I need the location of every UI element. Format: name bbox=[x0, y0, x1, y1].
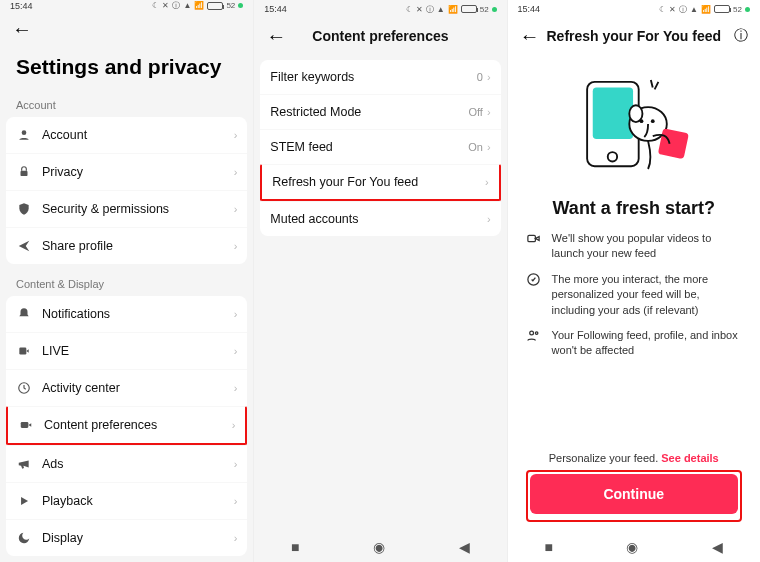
chevron-right-icon: › bbox=[234, 382, 238, 394]
svg-line-8 bbox=[651, 80, 653, 88]
nav-recent-icon[interactable]: ■ bbox=[291, 539, 299, 555]
svg-rect-6 bbox=[592, 87, 632, 139]
svg-point-17 bbox=[529, 331, 533, 335]
chevron-right-icon: › bbox=[485, 176, 489, 188]
lock-icon bbox=[16, 164, 32, 180]
moon-icon bbox=[16, 530, 32, 546]
video-icon bbox=[526, 231, 542, 262]
row-ads[interactable]: Ads › bbox=[6, 445, 247, 482]
row-restricted-mode[interactable]: Restricted Mode Off › bbox=[260, 94, 500, 129]
nav-home-icon[interactable]: ◉ bbox=[626, 539, 638, 555]
bullet-not-affected: Your Following feed, profile, and inbox … bbox=[526, 328, 742, 359]
chevron-right-icon: › bbox=[487, 106, 491, 118]
chevron-right-icon: › bbox=[232, 419, 236, 431]
chevron-right-icon: › bbox=[487, 213, 491, 225]
bullet-popular-videos: We'll show you popular videos to launch … bbox=[526, 231, 742, 262]
row-activity-center[interactable]: Activity center › bbox=[6, 369, 247, 406]
row-stem-feed[interactable]: STEM feed On › bbox=[260, 129, 500, 164]
nav-back-icon[interactable]: ◀ bbox=[459, 539, 470, 555]
person-icon bbox=[16, 127, 32, 143]
target-icon bbox=[526, 272, 542, 318]
row-security[interactable]: Security & permissions › bbox=[6, 190, 247, 227]
system-nav: ■ ◉ ◀ bbox=[508, 532, 760, 562]
back-icon[interactable]: ← bbox=[520, 26, 538, 46]
section-header-account: Account bbox=[0, 93, 253, 117]
svg-point-7 bbox=[607, 152, 616, 161]
bell-icon bbox=[16, 306, 32, 322]
nav-home-icon[interactable]: ◉ bbox=[373, 539, 385, 555]
svg-rect-2 bbox=[19, 348, 26, 355]
chevron-right-icon: › bbox=[234, 532, 238, 544]
chevron-right-icon: › bbox=[234, 240, 238, 252]
header: ← Refresh your For You feed ⓘ bbox=[508, 18, 760, 54]
live-icon bbox=[16, 343, 32, 359]
row-live[interactable]: LIVE › bbox=[6, 332, 247, 369]
chevron-right-icon: › bbox=[487, 71, 491, 83]
video-icon bbox=[18, 417, 34, 433]
shield-icon bbox=[16, 201, 32, 217]
row-share-profile[interactable]: Share profile › bbox=[6, 227, 247, 264]
system-nav: ■ ◉ ◀ bbox=[254, 532, 506, 562]
svg-point-12 bbox=[651, 119, 655, 123]
people-icon bbox=[526, 328, 542, 359]
row-playback[interactable]: Playback › bbox=[6, 482, 247, 519]
chevron-right-icon: › bbox=[234, 203, 238, 215]
row-refresh-feed[interactable]: Refresh your For You feed › bbox=[260, 164, 500, 201]
screen-content-prefs: 15:44 ☾✕ⓘ▲📶 52 ← Content preferences Fil… bbox=[253, 0, 506, 562]
share-icon bbox=[16, 238, 32, 254]
row-filter-keywords[interactable]: Filter keywords 0 › bbox=[260, 60, 500, 94]
heading: Want a fresh start? bbox=[526, 198, 742, 219]
nav-back-icon[interactable]: ◀ bbox=[712, 539, 723, 555]
activity-icon bbox=[16, 380, 32, 396]
page-title: Refresh your For You feed bbox=[538, 28, 730, 44]
row-privacy[interactable]: Privacy › bbox=[6, 153, 247, 190]
info-icon[interactable]: ⓘ bbox=[730, 27, 748, 45]
section-header-content: Content & Display bbox=[0, 272, 253, 296]
svg-line-9 bbox=[654, 82, 658, 90]
svg-rect-4 bbox=[21, 422, 29, 428]
back-icon[interactable]: ← bbox=[266, 26, 284, 46]
row-display[interactable]: Display › bbox=[6, 519, 247, 556]
svg-point-18 bbox=[535, 332, 538, 335]
chevron-right-icon: › bbox=[234, 495, 238, 507]
chevron-right-icon: › bbox=[234, 345, 238, 357]
chevron-right-icon: › bbox=[234, 458, 238, 470]
svg-point-13 bbox=[629, 105, 642, 122]
screen-settings: 15:44 ☾✕ⓘ▲📶 52 ← Settings and privacy Ac… bbox=[0, 0, 253, 562]
chevron-right-icon: › bbox=[487, 141, 491, 153]
svg-point-0 bbox=[22, 130, 27, 135]
svg-rect-1 bbox=[21, 171, 28, 176]
status-bar: 15:44 ☾✕ⓘ▲📶 52 bbox=[508, 0, 760, 18]
row-content-preferences[interactable]: Content preferences › bbox=[6, 406, 247, 445]
megaphone-icon bbox=[16, 456, 32, 472]
svg-rect-14 bbox=[658, 128, 689, 159]
row-notifications[interactable]: Notifications › bbox=[6, 296, 247, 332]
status-bar: 15:44 ☾✕ⓘ▲📶 52 bbox=[0, 0, 253, 11]
see-details-link[interactable]: See details bbox=[661, 452, 718, 464]
row-muted-accounts[interactable]: Muted accounts › bbox=[260, 201, 500, 236]
page-title: Settings and privacy bbox=[0, 47, 253, 93]
play-icon bbox=[16, 493, 32, 509]
chevron-right-icon: › bbox=[234, 308, 238, 320]
illustration bbox=[526, 64, 742, 184]
chevron-right-icon: › bbox=[234, 129, 238, 141]
back-icon[interactable]: ← bbox=[12, 19, 30, 39]
nav-recent-icon[interactable]: ■ bbox=[544, 539, 552, 555]
footnote: Personalize your feed. See details bbox=[526, 446, 742, 470]
continue-button[interactable]: Continue bbox=[530, 474, 738, 514]
chevron-right-icon: › bbox=[234, 166, 238, 178]
bullet-personalized: The more you interact, the more personal… bbox=[526, 272, 742, 318]
page-title: Content preferences bbox=[284, 28, 476, 44]
header: ← Content preferences bbox=[254, 18, 506, 54]
header: ← bbox=[0, 11, 253, 47]
row-account[interactable]: Account › bbox=[6, 117, 247, 153]
screen-refresh-feed: 15:44 ☾✕ⓘ▲📶 52 ← Refresh your For You fe… bbox=[507, 0, 760, 562]
status-bar: 15:44 ☾✕ⓘ▲📶 52 bbox=[254, 0, 506, 18]
